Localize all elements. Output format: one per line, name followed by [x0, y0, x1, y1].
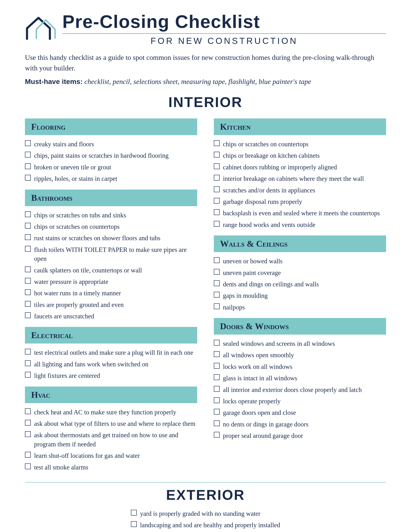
checkbox-icon [25, 175, 31, 180]
list-item: faucets are unscratched [25, 312, 197, 321]
checkbox-icon [214, 397, 220, 403]
header: Pre-Closing Checklist FOR NEW CONSTRUCTI… [25, 12, 386, 46]
house-logo-icon [25, 15, 58, 44]
checkbox-icon [214, 280, 220, 286]
checkbox-icon [25, 452, 31, 458]
kitchen-title: Kitchen [220, 122, 251, 132]
checkbox-icon [214, 340, 220, 346]
checkbox-icon [214, 140, 220, 146]
checkbox-icon [25, 312, 31, 318]
list-item: test electrical outlets and make sure a … [25, 348, 197, 357]
interior-heading: INTERIOR [25, 94, 386, 110]
list-item: sealed windows and screens in all window… [214, 339, 386, 348]
list-item: gaps in moulding [214, 291, 386, 300]
checkbox-icon [214, 409, 220, 415]
flooring-header: Flooring [25, 118, 197, 135]
checkbox-icon [25, 246, 31, 252]
checkbox-icon [25, 420, 31, 426]
list-item: dents and dings on ceilings and walls [214, 280, 386, 289]
checkbox-icon [214, 420, 220, 426]
checkbox-icon [25, 278, 31, 284]
exterior-heading: EXTERIOR [25, 487, 386, 503]
checkbox-icon [25, 163, 31, 169]
list-item: hot water runs in a timely manner [25, 289, 197, 298]
checkbox-icon [25, 431, 31, 437]
checkbox-icon [214, 363, 220, 369]
checkbox-icon [25, 289, 31, 295]
checkbox-icon [25, 301, 31, 307]
checkbox-icon [25, 152, 31, 158]
list-item: garbage disposal runs properly [214, 197, 386, 206]
electrical-list: test electrical outlets and make sure a … [25, 348, 197, 380]
walls-ceilings-title: Walls & Ceilings [220, 239, 287, 248]
list-item: locks operate properly [214, 397, 386, 406]
hvac-title: Hvac [31, 390, 50, 400]
checkbox-icon [25, 266, 31, 272]
list-item: all windows open smoothly [214, 351, 386, 360]
list-item: check heat and AC to make sure they func… [25, 408, 197, 417]
list-item: flush toilets WITH TOILET PAPER to make … [25, 245, 197, 263]
list-item: interior breakage on cabinets where they… [214, 174, 386, 183]
checkbox-icon [214, 374, 220, 380]
list-item: learn shut-off locations for gas and wat… [25, 451, 197, 460]
checkbox-icon [25, 408, 31, 414]
interior-columns: Flooring creaky stairs and floors chips,… [25, 116, 386, 478]
hvac-list: check heat and AC to make sure they func… [25, 408, 197, 472]
list-item: no dents or dings in garage doors [214, 420, 386, 429]
list-item: test all smoke alarms [25, 463, 197, 472]
must-have: Must-have items: checklist, pencil, sele… [25, 77, 386, 86]
list-item: all interior and exterior doors close pr… [214, 385, 386, 394]
list-item: chips or scratches on tubs and sinks [25, 211, 197, 220]
title-block: Pre-Closing Checklist FOR NEW CONSTRUCTI… [62, 12, 386, 46]
walls-ceilings-list: uneven or bowed walls uneven paint cover… [214, 257, 386, 312]
doors-windows-list: sealed windows and screens in all window… [214, 339, 386, 440]
checkbox-icon [214, 163, 220, 169]
right-column: Kitchen chips or scratches on countertop… [214, 116, 386, 478]
divider [25, 482, 386, 483]
list-item: range hood works and vents outside [214, 220, 386, 229]
exterior-list-container: yard is properly graded with no standing… [25, 509, 386, 532]
list-item: backsplash is even and sealed where it m… [214, 209, 386, 218]
electrical-title: Electrical [31, 330, 73, 340]
list-item: chips, paint stains or scratches in hard… [25, 151, 197, 160]
checkbox-icon [25, 140, 31, 146]
list-item: proper seal around garage door [214, 431, 386, 440]
flooring-title: Flooring [31, 122, 66, 132]
list-item: chips or scratches on countertops [214, 140, 386, 149]
checkbox-icon [25, 349, 31, 354]
checkbox-icon [214, 152, 220, 158]
list-item: caulk splatters on tile, countertops or … [25, 266, 197, 275]
checkbox-icon [25, 463, 31, 469]
list-item: ask about what type of filters to use an… [25, 419, 197, 428]
exterior-checklist: yard is properly graded with no standing… [131, 509, 280, 532]
checkbox-icon [214, 432, 220, 438]
list-item: rust stains or scratches on shower floor… [25, 234, 197, 243]
walls-ceilings-header: Walls & Ceilings [214, 236, 386, 252]
checkbox-icon [214, 175, 220, 180]
list-item: tiles are properly grouted and even [25, 300, 197, 309]
list-item: cabinet doors rubbing or improperly alig… [214, 163, 386, 172]
main-title: Pre-Closing Checklist [62, 12, 386, 31]
list-item: ask about thermostats and get trained on… [25, 431, 197, 449]
checkbox-icon [25, 234, 31, 240]
hvac-header: Hvac [25, 387, 197, 403]
checkbox-icon [214, 186, 220, 192]
list-item: ripples, holes, or stains in carpet [25, 174, 197, 183]
list-item: scratches and/or dents in appliances [214, 186, 386, 195]
checkbox-icon [25, 360, 31, 366]
checkbox-icon [131, 510, 137, 516]
electrical-header: Electrical [25, 327, 197, 343]
list-item: glass is intact in all windows [214, 374, 386, 383]
bathrooms-header: Bathrooms [25, 190, 197, 206]
checkbox-icon [214, 386, 220, 392]
left-column: Flooring creaky stairs and floors chips,… [25, 116, 197, 478]
list-item: chips or breakage on kitchen cabinets [214, 151, 386, 160]
checkbox-icon [214, 292, 220, 298]
checkbox-icon [25, 211, 31, 217]
subtitle: FOR NEW CONSTRUCTION [62, 36, 386, 46]
list-item: light fixtures are centered [25, 371, 197, 380]
checkbox-icon [25, 223, 31, 228]
checkbox-icon [214, 304, 220, 309]
list-item: chips or scratches on countertops [25, 222, 197, 231]
list-item: uneven paint coverage [214, 268, 386, 277]
